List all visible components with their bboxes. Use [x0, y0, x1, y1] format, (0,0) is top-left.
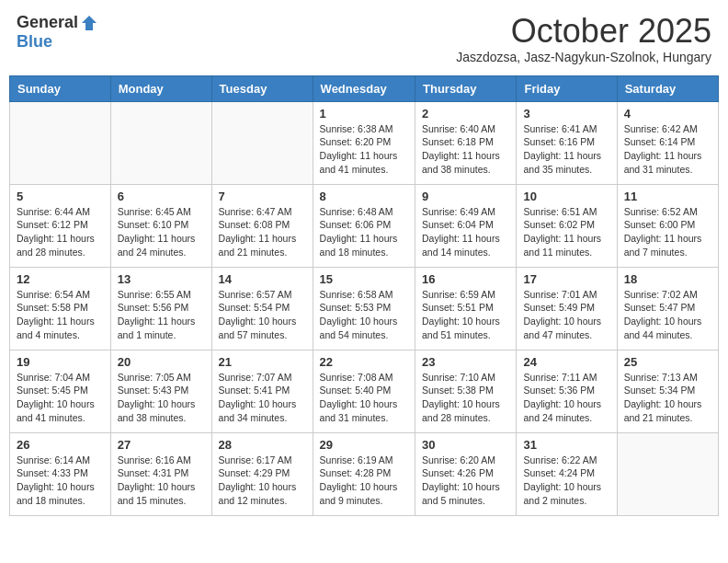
calendar-cell: 11Sunrise: 6:52 AM Sunset: 6:00 PM Dayli…: [617, 184, 718, 267]
day-number: 26: [17, 438, 104, 452]
day-number: 5: [17, 190, 104, 203]
calendar-header-row: SundayMondayTuesdayWednesdayThursdayFrid…: [10, 75, 719, 101]
day-number: 17: [523, 272, 609, 286]
day-info: Sunrise: 7:02 AM Sunset: 5:47 PM Dayligh…: [624, 288, 711, 342]
calendar-week-row: 12Sunrise: 6:54 AM Sunset: 5:58 PM Dayli…: [10, 267, 719, 350]
title-section: October 2025 Jaszdozsa, Jasz-Nagykun-Szo…: [456, 13, 711, 64]
day-info: Sunrise: 7:04 AM Sunset: 5:45 PM Dayligh…: [17, 371, 104, 425]
svg-marker-0: [82, 16, 97, 30]
day-number: 7: [219, 190, 306, 203]
day-info: Sunrise: 6:14 AM Sunset: 4:33 PM Dayligh…: [17, 454, 104, 508]
calendar-cell: 25Sunrise: 7:13 AM Sunset: 5:34 PM Dayli…: [617, 350, 718, 432]
day-number: 23: [422, 355, 509, 369]
day-number: 22: [320, 355, 408, 369]
calendar-cell: 20Sunrise: 7:05 AM Sunset: 5:43 PM Dayli…: [110, 350, 211, 432]
calendar-cell: 27Sunrise: 6:16 AM Sunset: 4:31 PM Dayli…: [110, 432, 211, 515]
day-number: 25: [624, 355, 711, 369]
day-info: Sunrise: 6:41 AM Sunset: 6:16 PM Dayligh…: [523, 122, 609, 177]
logo-general-text: General: [17, 13, 78, 32]
day-info: Sunrise: 7:07 AM Sunset: 5:41 PM Dayligh…: [219, 371, 306, 425]
page-header: General Blue October 2025 Jaszdozsa, Jas…: [9, 9, 719, 68]
day-info: Sunrise: 6:16 AM Sunset: 4:31 PM Dayligh…: [118, 454, 205, 508]
calendar-cell: 3Sunrise: 6:41 AM Sunset: 6:16 PM Daylig…: [517, 101, 617, 184]
day-info: Sunrise: 6:54 AM Sunset: 5:58 PM Dayligh…: [17, 288, 104, 342]
day-number: 29: [320, 438, 408, 452]
day-number: 27: [118, 438, 205, 452]
day-number: 21: [219, 355, 306, 369]
day-info: Sunrise: 6:42 AM Sunset: 6:14 PM Dayligh…: [624, 122, 711, 177]
calendar-cell: 29Sunrise: 6:19 AM Sunset: 4:28 PM Dayli…: [313, 432, 415, 515]
day-info: Sunrise: 6:57 AM Sunset: 5:54 PM Dayligh…: [219, 288, 306, 342]
calendar-cell: [110, 101, 211, 184]
day-number: 31: [523, 438, 609, 452]
day-number: 2: [422, 107, 509, 121]
day-number: 12: [17, 272, 104, 286]
day-number: 14: [219, 272, 306, 286]
day-info: Sunrise: 7:01 AM Sunset: 5:49 PM Dayligh…: [523, 288, 609, 342]
calendar-cell: 28Sunrise: 6:17 AM Sunset: 4:29 PM Dayli…: [211, 432, 313, 515]
calendar-cell: [617, 432, 718, 515]
calendar-table: SundayMondayTuesdayWednesdayThursdayFrid…: [9, 75, 719, 516]
calendar-cell: 8Sunrise: 6:48 AM Sunset: 6:06 PM Daylig…: [313, 184, 415, 267]
day-info: Sunrise: 7:05 AM Sunset: 5:43 PM Dayligh…: [118, 371, 205, 425]
day-info: Sunrise: 6:59 AM Sunset: 5:51 PM Dayligh…: [422, 288, 509, 342]
column-header-friday: Friday: [517, 75, 617, 101]
calendar-cell: 30Sunrise: 6:20 AM Sunset: 4:26 PM Dayli…: [415, 432, 517, 515]
day-number: 28: [219, 438, 306, 452]
day-info: Sunrise: 6:44 AM Sunset: 6:12 PM Dayligh…: [17, 205, 104, 259]
day-info: Sunrise: 6:55 AM Sunset: 5:56 PM Dayligh…: [118, 288, 205, 342]
day-info: Sunrise: 6:22 AM Sunset: 4:24 PM Dayligh…: [523, 454, 609, 508]
calendar-cell: 31Sunrise: 6:22 AM Sunset: 4:24 PM Dayli…: [517, 432, 617, 515]
day-number: 24: [523, 355, 609, 369]
column-header-saturday: Saturday: [617, 75, 718, 101]
month-title: October 2025: [456, 13, 711, 50]
location-subtitle: Jaszdozsa, Jasz-Nagykun-Szolnok, Hungary: [456, 50, 711, 64]
day-info: Sunrise: 7:08 AM Sunset: 5:40 PM Dayligh…: [320, 371, 408, 425]
calendar-cell: 19Sunrise: 7:04 AM Sunset: 5:45 PM Dayli…: [10, 350, 111, 432]
calendar-cell: 16Sunrise: 6:59 AM Sunset: 5:51 PM Dayli…: [415, 267, 517, 350]
day-info: Sunrise: 6:51 AM Sunset: 6:02 PM Dayligh…: [523, 205, 609, 259]
day-info: Sunrise: 6:47 AM Sunset: 6:08 PM Dayligh…: [219, 205, 306, 259]
calendar-cell: 26Sunrise: 6:14 AM Sunset: 4:33 PM Dayli…: [10, 432, 111, 515]
calendar-cell: 17Sunrise: 7:01 AM Sunset: 5:49 PM Dayli…: [517, 267, 617, 350]
day-info: Sunrise: 6:45 AM Sunset: 6:10 PM Dayligh…: [118, 205, 205, 259]
day-number: 3: [523, 107, 609, 121]
calendar-cell: 10Sunrise: 6:51 AM Sunset: 6:02 PM Dayli…: [517, 184, 617, 267]
day-info: Sunrise: 6:17 AM Sunset: 4:29 PM Dayligh…: [219, 454, 306, 508]
calendar-cell: 12Sunrise: 6:54 AM Sunset: 5:58 PM Dayli…: [10, 267, 111, 350]
calendar-cell: 23Sunrise: 7:10 AM Sunset: 5:38 PM Dayli…: [415, 350, 517, 432]
calendar-cell: 14Sunrise: 6:57 AM Sunset: 5:54 PM Dayli…: [211, 267, 313, 350]
day-info: Sunrise: 6:20 AM Sunset: 4:26 PM Dayligh…: [422, 454, 509, 508]
calendar-week-row: 19Sunrise: 7:04 AM Sunset: 5:45 PM Dayli…: [10, 350, 719, 432]
calendar-week-row: 1Sunrise: 6:38 AM Sunset: 6:20 PM Daylig…: [10, 101, 719, 184]
day-info: Sunrise: 6:48 AM Sunset: 6:06 PM Dayligh…: [320, 205, 408, 259]
day-number: 30: [422, 438, 509, 452]
calendar-cell: 18Sunrise: 7:02 AM Sunset: 5:47 PM Dayli…: [617, 267, 718, 350]
day-number: 20: [118, 355, 205, 369]
calendar-cell: 4Sunrise: 6:42 AM Sunset: 6:14 PM Daylig…: [617, 101, 718, 184]
day-info: Sunrise: 7:13 AM Sunset: 5:34 PM Dayligh…: [624, 371, 711, 425]
calendar-cell: 9Sunrise: 6:49 AM Sunset: 6:04 PM Daylig…: [415, 184, 517, 267]
day-info: Sunrise: 6:52 AM Sunset: 6:00 PM Dayligh…: [624, 205, 711, 259]
day-info: Sunrise: 6:40 AM Sunset: 6:18 PM Dayligh…: [422, 122, 509, 177]
calendar-cell: 21Sunrise: 7:07 AM Sunset: 5:41 PM Dayli…: [211, 350, 313, 432]
day-number: 6: [118, 190, 205, 203]
day-number: 11: [624, 190, 711, 203]
day-info: Sunrise: 7:10 AM Sunset: 5:38 PM Dayligh…: [422, 371, 509, 425]
day-number: 1: [320, 107, 408, 121]
calendar-cell: 5Sunrise: 6:44 AM Sunset: 6:12 PM Daylig…: [10, 184, 111, 267]
calendar-cell: 1Sunrise: 6:38 AM Sunset: 6:20 PM Daylig…: [313, 101, 415, 184]
column-header-tuesday: Tuesday: [211, 75, 313, 101]
column-header-monday: Monday: [110, 75, 211, 101]
day-info: Sunrise: 7:11 AM Sunset: 5:36 PM Dayligh…: [523, 371, 609, 425]
day-number: 13: [118, 272, 205, 286]
calendar-cell: 15Sunrise: 6:58 AM Sunset: 5:53 PM Dayli…: [313, 267, 415, 350]
logo: General Blue: [17, 13, 98, 52]
column-header-sunday: Sunday: [10, 75, 111, 101]
day-number: 16: [422, 272, 509, 286]
day-number: 4: [624, 107, 711, 121]
column-header-wednesday: Wednesday: [313, 75, 415, 101]
day-info: Sunrise: 6:19 AM Sunset: 4:28 PM Dayligh…: [320, 454, 408, 508]
column-header-thursday: Thursday: [415, 75, 517, 101]
day-info: Sunrise: 6:49 AM Sunset: 6:04 PM Dayligh…: [422, 205, 509, 259]
